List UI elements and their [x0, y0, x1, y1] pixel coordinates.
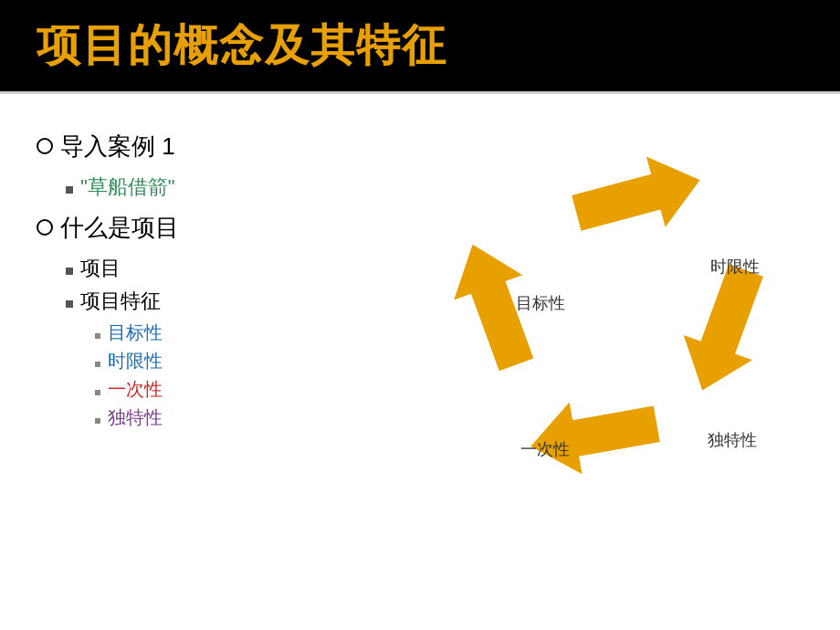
l1-label: 导入案例 1: [60, 131, 175, 163]
list-item: 独特性: [95, 405, 402, 430]
circle-bullet-icon: [37, 219, 53, 236]
left-panel: 导入案例 1 "草船借箭" 什么是项目 项目 项目特征 目标性 时限性: [37, 121, 402, 496]
top-arrow-icon: [567, 144, 709, 248]
l3-label: 时限性: [108, 349, 163, 373]
square-bullet-icon: [66, 186, 73, 194]
list-item: 一次性: [95, 377, 402, 402]
small-square-bullet-icon: [95, 390, 100, 395]
right-panel: 目标性 时限性 一次性 独特性: [420, 131, 803, 496]
bottom-arrow-icon: [524, 388, 663, 482]
content-area: 导入案例 1 "草船借箭" 什么是项目 项目 项目特征 目标性 时限性: [0, 94, 840, 523]
svg-marker-0: [567, 144, 709, 248]
square-bullet-icon: [66, 300, 73, 308]
list-item: 项目: [66, 255, 402, 282]
cycle-svg: 目标性 时限性 一次性 独特性: [429, 131, 794, 496]
label-shixianxing: 时限性: [710, 257, 760, 276]
l3-label: 一次性: [108, 377, 163, 402]
cycle-diagram: 目标性 时限性 一次性 独特性: [429, 131, 794, 496]
label-mubiaoxing: 目标性: [516, 294, 565, 312]
l2-label: 项目: [80, 255, 121, 282]
list-item: 项目特征: [66, 288, 402, 315]
svg-marker-1: [668, 257, 781, 403]
small-square-bullet-icon: [95, 362, 100, 367]
list-item: 导入案例 1: [37, 131, 402, 163]
svg-marker-2: [524, 388, 663, 482]
l2-label: "草船借箭": [80, 173, 175, 201]
page-title: 项目的概念及其特征: [37, 16, 803, 75]
l3-label: 独特性: [108, 405, 163, 430]
small-square-bullet-icon: [95, 418, 100, 424]
list-item: 目标性: [95, 320, 402, 345]
list-item: "草船借箭": [66, 173, 402, 201]
header: 项目的概念及其特征: [0, 0, 840, 94]
l2-label: 项目特征: [80, 288, 161, 315]
list-item: 什么是项目: [37, 212, 402, 244]
list-item: 时限性: [95, 349, 402, 373]
right-arrow-icon: [668, 257, 781, 403]
label-yicixing: 一次性: [520, 440, 570, 458]
l1-label: 什么是项目: [60, 212, 179, 244]
l3-label: 目标性: [108, 320, 163, 345]
small-square-bullet-icon: [95, 333, 100, 339]
label-dutexing: 独特性: [708, 431, 757, 449]
square-bullet-icon: [66, 268, 73, 275]
circle-bullet-icon: [37, 138, 53, 154]
